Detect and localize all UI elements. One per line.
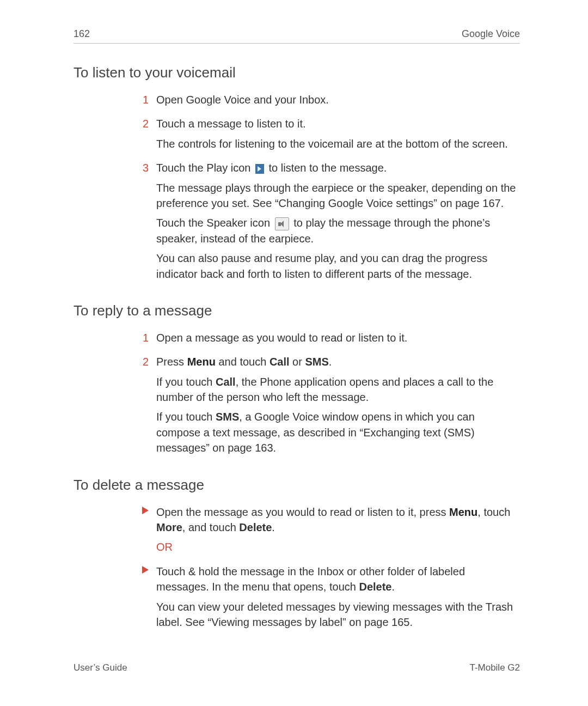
bold-text: SMS [305, 356, 328, 368]
step: 2Press Menu and touch Call or SMS.If you… [134, 354, 520, 460]
step: 2Touch a message to listen to it.The con… [134, 116, 520, 156]
step-body: Open a message as you would to read or l… [156, 330, 520, 350]
step-number: 2 [134, 116, 149, 156]
bullet-body: Touch & hold the message in the Inbox or… [156, 564, 520, 635]
paragraph: Touch a message to listen to it. [156, 116, 520, 131]
speaker-icon [275, 217, 289, 230]
bold-text: Delete [359, 581, 391, 593]
step-body: Open Google Voice and your Inbox. [156, 92, 520, 112]
page-header: 162 Google Voice [74, 28, 520, 44]
paragraph: You can also pause and resume play, and … [156, 251, 520, 282]
paragraph: Touch & hold the message in the Inbox or… [156, 564, 520, 595]
paragraph: Open Google Voice and your Inbox. [156, 92, 520, 107]
page-footer: User’s Guide T-Mobile G2 [74, 662, 520, 673]
header-section: Google Voice [462, 28, 520, 40]
step-list: 1Open a message as you would to read or … [134, 330, 520, 460]
paragraph: Press Menu and touch Call or SMS. [156, 354, 520, 369]
paragraph: The message plays through the earpiece o… [156, 180, 520, 211]
svg-marker-0 [142, 507, 149, 514]
paragraph: If you touch Call, the Phone application… [156, 374, 520, 405]
bullet-list: Open the message as you would to read or… [134, 504, 520, 635]
play-icon [255, 164, 264, 174]
bold-text: Delete [239, 521, 272, 533]
bold-text: More [156, 521, 182, 533]
menu-key: Menu [187, 356, 216, 368]
step-number: 1 [134, 92, 149, 112]
paragraph: If you touch SMS, a Google Voice window … [156, 409, 520, 455]
step: 3Touch the Play icon to listen to the me… [134, 160, 520, 286]
or-label: OR [156, 541, 173, 553]
menu-key: Menu [449, 506, 477, 518]
bullet-item: Open the message as you would to read or… [134, 504, 520, 559]
triangle-icon [142, 507, 149, 514]
bullet-item: Touch & hold the message in the Inbox or… [134, 564, 520, 635]
bold-text: Call [270, 356, 290, 368]
bullet-marker [134, 504, 149, 559]
bold-text: SMS [216, 411, 239, 423]
triangle-icon [142, 566, 149, 574]
page-number: 162 [74, 28, 90, 40]
step-body: Touch the Play icon to listen to the mes… [156, 160, 520, 286]
footer-right: T-Mobile G2 [469, 662, 520, 673]
paragraph: Touch the Play icon to listen to the mes… [156, 160, 520, 175]
paragraph: You can view your deleted messages by vi… [156, 599, 520, 630]
bullet-marker [134, 564, 149, 635]
footer-left: User’s Guide [74, 662, 127, 673]
section-heading: To reply to a message [74, 302, 520, 319]
bullet-body: Open the message as you would to read or… [156, 504, 520, 559]
step-number: 3 [134, 160, 149, 286]
paragraph: Open the message as you would to read or… [156, 504, 520, 535]
paragraph: The controls for listening to the voicem… [156, 136, 520, 151]
section-heading: To delete a message [74, 477, 520, 494]
step-number: 1 [134, 330, 149, 350]
step: 1Open a message as you would to read or … [134, 330, 520, 350]
step-list: 1Open Google Voice and your Inbox.2Touch… [134, 92, 520, 286]
step-number: 2 [134, 354, 149, 460]
step-body: Touch a message to listen to it.The cont… [156, 116, 520, 156]
page: 162 Google Voice To listen to your voice… [0, 0, 588, 671]
step-body: Press Menu and touch Call or SMS.If you … [156, 354, 520, 460]
paragraph: Touch the Speaker icon to play the messa… [156, 215, 520, 246]
bold-text: Call [216, 376, 236, 388]
step: 1Open Google Voice and your Inbox. [134, 92, 520, 112]
svg-marker-1 [142, 566, 149, 574]
paragraph: Open a message as you would to read or l… [156, 330, 520, 345]
paragraph: OR [156, 539, 520, 555]
section-heading: To listen to your voicemail [74, 64, 520, 81]
